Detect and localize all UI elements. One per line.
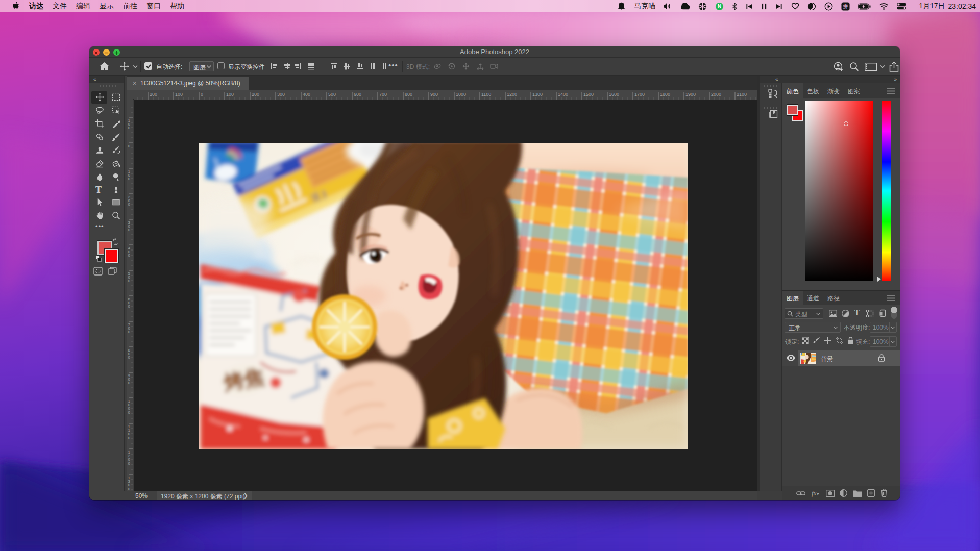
svg-text:1800: 1800	[660, 92, 670, 97]
svg-text:0: 0	[128, 355, 131, 360]
svg-text:1300: 1300	[532, 92, 543, 97]
svg-text:1700: 1700	[634, 92, 645, 97]
svg-text:100: 100	[226, 92, 234, 97]
svg-text:2000: 2000	[711, 92, 721, 97]
svg-text:0: 0	[201, 92, 203, 97]
svg-text:200: 200	[150, 92, 157, 97]
svg-text:0: 0	[128, 487, 131, 491]
svg-text:500: 500	[328, 92, 336, 97]
svg-text:200: 200	[252, 92, 259, 97]
svg-text:0: 0	[128, 144, 131, 148]
svg-text:1200: 1200	[507, 92, 517, 97]
svg-text:1900: 1900	[685, 92, 696, 97]
svg-text:400: 400	[303, 92, 310, 97]
svg-text:1400: 1400	[558, 92, 568, 97]
svg-text:0: 0	[128, 410, 131, 415]
svg-text:800: 800	[405, 92, 412, 97]
svg-text:0: 0	[128, 330, 131, 334]
svg-text:2100: 2100	[737, 92, 747, 97]
svg-text:1500: 1500	[583, 92, 594, 97]
svg-text:0: 0	[128, 304, 131, 309]
svg-text:0: 0	[128, 461, 131, 466]
svg-text:100: 100	[175, 92, 183, 97]
svg-text:0: 0	[128, 253, 131, 258]
svg-text:900: 900	[430, 92, 438, 97]
svg-text:0: 0	[128, 202, 131, 207]
svg-text:0: 0	[128, 381, 131, 385]
svg-text:N: N	[718, 4, 722, 9]
svg-text:700: 700	[379, 92, 387, 97]
svg-text:0: 0	[128, 177, 131, 181]
svg-text:拼: 拼	[843, 4, 848, 9]
svg-text:0: 0	[128, 228, 131, 232]
svg-text:300: 300	[277, 92, 285, 97]
svg-text:0: 0	[128, 279, 131, 283]
svg-text:0: 0	[128, 126, 131, 130]
svg-text:600: 600	[354, 92, 361, 97]
svg-text:1100: 1100	[481, 92, 491, 97]
svg-text:0: 0	[128, 436, 131, 440]
svg-text:1600: 1600	[609, 92, 619, 97]
svg-text:1000: 1000	[456, 92, 466, 97]
